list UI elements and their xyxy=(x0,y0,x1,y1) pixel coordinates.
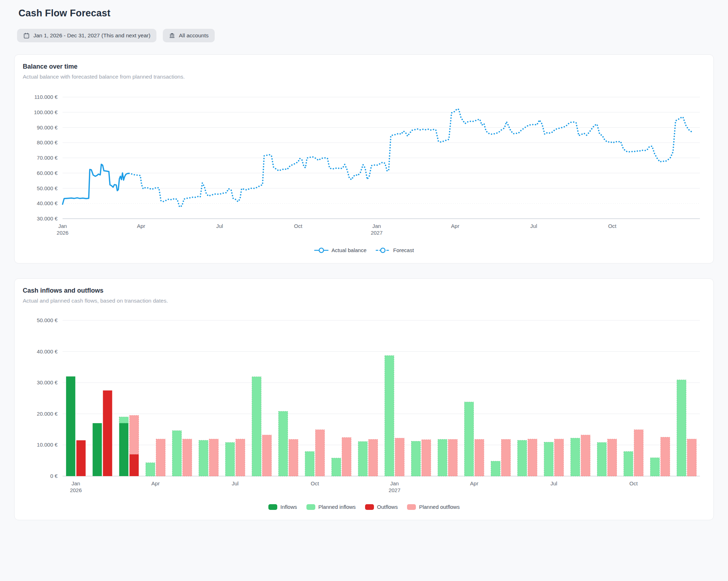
planned-outflow-bar[interactable] xyxy=(422,440,431,476)
y-axis-tick-label: 30.000 € xyxy=(37,379,58,385)
x-axis-tick-label: Jan xyxy=(71,480,80,486)
planned-inflow-bar[interactable] xyxy=(146,463,155,476)
date-range-filter-button[interactable]: Jan 1, 2026 - Dec 31, 2027 (This and nex… xyxy=(17,29,156,42)
legend-label: Forecast xyxy=(393,247,414,253)
inflows-chip-icon xyxy=(268,504,277,510)
x-axis-tick-label: Jan xyxy=(390,480,399,486)
legend-item-planned-inflows[interactable]: Planned inflows xyxy=(306,504,356,510)
y-axis-tick-label: 70.000 € xyxy=(37,155,58,161)
planned-outflow-bar[interactable] xyxy=(342,437,351,476)
x-axis-tick-year-label: 2027 xyxy=(371,230,382,236)
planned-outflow-bar[interactable] xyxy=(129,415,139,454)
planned-outflows-chip-icon xyxy=(407,504,416,510)
planned-inflow-bar[interactable] xyxy=(385,356,394,476)
outflows-chip-icon xyxy=(365,504,374,510)
planned-inflow-bar[interactable] xyxy=(597,442,606,476)
x-axis-tick-label: Oct xyxy=(311,480,319,486)
outflow-bar[interactable] xyxy=(129,454,139,476)
planned-inflow-bar[interactable] xyxy=(464,402,473,476)
planned-inflow-bar[interactable] xyxy=(119,417,128,423)
planned-inflow-bar[interactable] xyxy=(225,442,235,476)
page-title: Cash Flow Forecast xyxy=(18,8,714,19)
actual-balance-marker-icon xyxy=(314,247,328,253)
x-axis-tick-year-label: 2026 xyxy=(70,487,82,493)
planned-outflow-bar[interactable] xyxy=(475,439,484,476)
legend-item-planned-outflows[interactable]: Planned outflows xyxy=(407,504,460,510)
planned-inflow-bar[interactable] xyxy=(305,452,314,476)
y-axis-tick-label: 80.000 € xyxy=(37,139,58,145)
planned-outflow-bar[interactable] xyxy=(660,437,670,476)
balance-legend: Actual balance Forecast xyxy=(23,247,705,253)
y-axis-tick-label: 50.000 € xyxy=(37,185,58,191)
x-axis-tick-year-label: 2027 xyxy=(389,487,400,493)
planned-inflow-bar[interactable] xyxy=(279,411,288,476)
x-axis-tick-label: Oct xyxy=(294,223,303,229)
legend-label: Actual balance xyxy=(332,247,366,253)
outflow-bar[interactable] xyxy=(103,390,112,476)
planned-outflow-bar[interactable] xyxy=(501,439,510,476)
planned-outflow-bar[interactable] xyxy=(555,439,564,476)
planned-outflow-bar[interactable] xyxy=(607,439,617,476)
legend-item-inflows[interactable]: Inflows xyxy=(268,504,297,510)
x-axis-tick-label: Jan xyxy=(58,223,67,229)
calendar-icon xyxy=(23,32,30,39)
planned-inflow-bar[interactable] xyxy=(252,377,261,476)
actual-balance-line xyxy=(63,164,129,204)
bank-icon xyxy=(169,32,175,39)
planned-outflow-bar[interactable] xyxy=(634,430,643,476)
forecast-marker-icon xyxy=(376,247,390,253)
legend-item-actual-balance[interactable]: Actual balance xyxy=(314,247,366,253)
planned-outflow-bar[interactable] xyxy=(236,439,245,476)
planned-outflow-bar[interactable] xyxy=(209,439,218,476)
y-axis-tick-label: 0 € xyxy=(50,473,58,479)
planned-inflow-bar[interactable] xyxy=(358,442,368,476)
inflow-bar[interactable] xyxy=(93,423,102,476)
planned-inflow-bar[interactable] xyxy=(518,440,527,476)
x-axis-tick-label: Apr xyxy=(451,223,459,229)
planned-inflow-bar[interactable] xyxy=(650,458,659,476)
y-axis-tick-label: 40.000 € xyxy=(37,200,58,206)
planned-outflow-bar[interactable] xyxy=(369,439,378,476)
planned-outflow-bar[interactable] xyxy=(315,430,325,476)
planned-inflow-bar[interactable] xyxy=(544,442,553,476)
outflow-bar[interactable] xyxy=(76,440,86,476)
planned-inflow-bar[interactable] xyxy=(332,458,341,476)
planned-outflow-bar[interactable] xyxy=(395,438,404,476)
planned-outflow-bar[interactable] xyxy=(289,439,298,476)
planned-outflow-bar[interactable] xyxy=(528,439,537,476)
balance-over-time-card: Balance over time Actual balance with fo… xyxy=(14,54,714,263)
planned-outflow-bar[interactable] xyxy=(183,439,192,476)
planned-outflow-bar[interactable] xyxy=(448,439,457,476)
y-axis-tick-label: 40.000 € xyxy=(37,348,58,355)
balance-card-subtitle: Actual balance with forecasted balance f… xyxy=(23,74,705,80)
planned-inflow-bar[interactable] xyxy=(491,461,500,476)
cash-inflows-outflows-card: Cash inflows and outflows Actual and pla… xyxy=(14,278,714,520)
accounts-filter-button[interactable]: All accounts xyxy=(163,29,215,42)
legend-item-outflows[interactable]: Outflows xyxy=(365,504,398,510)
x-axis-tick-label: Apr xyxy=(470,480,478,486)
inflow-bar[interactable] xyxy=(119,423,128,476)
planned-inflow-bar[interactable] xyxy=(677,380,686,476)
planned-inflow-bar[interactable] xyxy=(571,438,580,476)
balance-card-title: Balance over time xyxy=(23,63,705,70)
inflow-bar[interactable] xyxy=(66,377,75,476)
planned-outflow-bar[interactable] xyxy=(156,439,165,476)
cashflow-legend: Inflows Planned inflows Outflows Planned… xyxy=(23,504,705,510)
accounts-label: All accounts xyxy=(179,32,209,39)
planned-inflow-bar[interactable] xyxy=(172,431,182,476)
planned-outflow-bar[interactable] xyxy=(687,439,696,476)
planned-outflow-bar[interactable] xyxy=(581,435,590,476)
planned-inflow-bar[interactable] xyxy=(438,439,447,476)
legend-label: Outflows xyxy=(377,504,398,510)
planned-outflow-bar[interactable] xyxy=(262,435,272,476)
x-axis-tick-year-label: 2026 xyxy=(57,230,68,236)
cashflow-card-title: Cash inflows and outflows xyxy=(23,287,705,294)
y-axis-tick-label: 20.000 € xyxy=(37,411,58,417)
legend-label: Inflows xyxy=(280,504,297,510)
legend-label: Planned inflows xyxy=(318,504,356,510)
x-axis-tick-label: Jul xyxy=(530,223,537,229)
planned-inflow-bar[interactable] xyxy=(624,452,633,476)
planned-inflow-bar[interactable] xyxy=(411,441,421,476)
planned-inflow-bar[interactable] xyxy=(199,440,208,476)
legend-item-forecast[interactable]: Forecast xyxy=(376,247,414,253)
